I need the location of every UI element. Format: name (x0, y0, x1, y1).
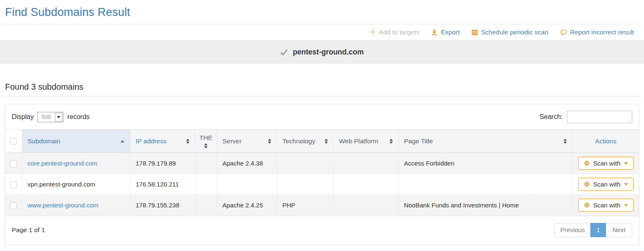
technology-cell (277, 174, 333, 195)
target-domain: pentest-ground.com (293, 48, 364, 57)
current-page-button[interactable]: 1 (590, 223, 606, 237)
search-input[interactable] (567, 111, 632, 123)
select-dropdown-arrow-icon[interactable] (55, 113, 62, 122)
caret-down-icon (624, 162, 628, 165)
scan-with-button[interactable]: Scan with (578, 199, 634, 212)
scan-with-button[interactable]: Scan with (578, 157, 634, 170)
page-title-cell (398, 174, 572, 195)
server-cell: Apache 2.4.25 (217, 195, 277, 216)
scan-with-button[interactable]: Scan with (578, 178, 634, 191)
sort-icon (390, 139, 393, 144)
display-control: Display 500 records (12, 112, 90, 122)
select-all-checkbox[interactable] (10, 138, 17, 145)
column-header-page-title[interactable]: Page Title (398, 129, 572, 153)
find-subdomains-page: Find Subdomains Result ✈ Add to targets … (0, 0, 644, 245)
the-cell (195, 174, 217, 195)
schedule-scan-label: Schedule periodic scan (481, 28, 548, 36)
sort-icon (186, 139, 190, 144)
report-incorrect-button[interactable]: Report incorrect result (560, 28, 634, 36)
download-icon (431, 29, 438, 36)
gear-icon (584, 160, 590, 166)
results-table-panel: Display 500 records Search: (5, 104, 639, 245)
export-button[interactable]: Export (431, 28, 460, 36)
heading-separator (3, 96, 641, 96)
table-row: vpn.pentest-ground.com 176.58.120.211 Sc… (5, 174, 639, 195)
page-title-cell: NooBank Funds and Investments | Home (398, 195, 572, 216)
speech-bubble-icon (560, 29, 567, 36)
column-header-actions: Actions (572, 129, 639, 153)
table-header-row: Subdomain IP address THE Server Technolo… (5, 129, 639, 153)
the-cell (195, 153, 217, 174)
column-header-ip-address[interactable]: IP address (130, 129, 195, 153)
caret-down-icon (624, 204, 628, 207)
page-title-cell: Access Forbidden (398, 153, 572, 174)
add-to-targets-button[interactable]: ✈ Add to targets (369, 28, 419, 36)
row-checkbox[interactable] (10, 181, 17, 188)
plane-icon: ✈ (369, 28, 376, 36)
pagination: Previous 1 Next (554, 223, 632, 237)
sort-icon (325, 139, 328, 144)
search-control: Search: (540, 111, 632, 123)
technology-cell: PHP (277, 195, 333, 216)
subdomain-link[interactable]: www.pentest-ground.com (28, 202, 99, 209)
server-cell: Apache 2.4.38 (217, 153, 277, 174)
subdomain-link[interactable]: core.pentest-ground.com (28, 160, 98, 167)
the-cell (195, 195, 217, 216)
ip-address-cell: 178.79.179.89 (130, 153, 195, 174)
web-platform-cell (333, 153, 398, 174)
next-page-button[interactable]: Next (606, 223, 632, 237)
ip-address-cell: 178.79.155.238 (130, 195, 195, 216)
records-label: records (67, 113, 89, 121)
sort-icon (204, 143, 208, 148)
toolbar: ✈ Add to targets Export Schedule periodi… (0, 24, 644, 40)
subdomain-text: vpn.pentest-ground.com (28, 181, 96, 188)
add-to-targets-label: Add to targets (379, 28, 420, 36)
results-heading: Found 3 subdomains (0, 64, 644, 96)
web-platform-cell (333, 174, 398, 195)
column-header-server[interactable]: Server (217, 129, 277, 153)
sort-icon (268, 139, 271, 144)
table-row: www.pentest-ground.com 178.79.155.238 Ap… (5, 195, 639, 216)
table-controls: Display 500 records Search: (5, 104, 639, 129)
records-per-page-select[interactable]: 500 (37, 112, 63, 122)
report-incorrect-label: Report incorrect result (570, 28, 634, 36)
ip-address-cell: 176.58.120.211 (130, 174, 195, 195)
search-label: Search: (540, 113, 563, 121)
page-title: Find Subdomains Result (0, 0, 644, 24)
export-label: Export (441, 28, 460, 36)
caret-down-icon (624, 183, 628, 186)
web-platform-cell (333, 195, 398, 216)
calendar-icon (471, 29, 478, 36)
check-icon (280, 49, 288, 56)
display-label: Display (12, 113, 34, 121)
row-checkbox[interactable] (10, 160, 17, 167)
gear-icon (584, 202, 590, 208)
table-row: core.pentest-ground.com 178.79.179.89 Ap… (5, 153, 639, 174)
row-checkbox[interactable] (10, 202, 17, 209)
table-footer: Page 1 of 1 Previous 1 Next (5, 216, 639, 245)
schedule-scan-button[interactable]: Schedule periodic scan (471, 28, 548, 36)
column-header-web-platform[interactable]: Web Platform (333, 129, 398, 153)
sort-ascending-icon (120, 140, 125, 142)
page-info: Page 1 of 1 (12, 226, 45, 234)
technology-cell (277, 153, 333, 174)
server-cell (217, 174, 277, 195)
column-header-technology[interactable]: Technology (277, 129, 333, 153)
gear-icon (584, 181, 590, 187)
subdomains-table: Subdomain IP address THE Server Technolo… (5, 129, 639, 216)
records-per-page-value: 500 (38, 112, 55, 122)
sort-icon (564, 139, 567, 144)
previous-page-button[interactable]: Previous (554, 223, 591, 237)
target-banner: pentest-ground.com (0, 40, 644, 64)
column-header-subdomain[interactable]: Subdomain (22, 129, 130, 153)
column-header-the[interactable]: THE (195, 129, 217, 153)
